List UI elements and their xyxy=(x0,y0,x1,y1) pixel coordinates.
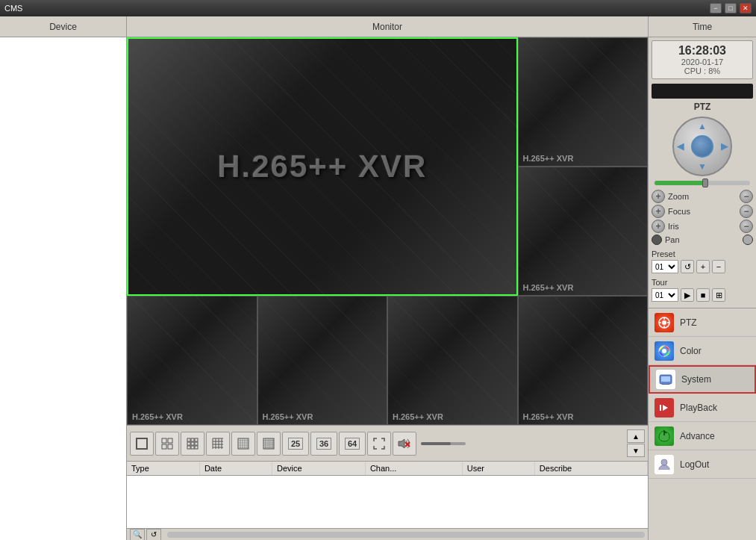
layout-2x2-button[interactable] xyxy=(155,432,179,456)
svg-point-60 xyxy=(661,459,667,465)
ptz-joystick[interactable]: ▲ ▼ ◀ ▶ xyxy=(672,117,732,176)
menu-item-ptz[interactable]: PTZ xyxy=(649,308,756,337)
ptz-controls: + Zoom − + Focus − + Iris − Pan xyxy=(649,187,756,248)
svg-rect-59 xyxy=(660,405,661,411)
preset-label: Preset xyxy=(652,249,753,258)
menu-item-advance[interactable]: Advance xyxy=(649,422,756,450)
time-header: Time xyxy=(649,16,756,37)
left-sidebar: Device xyxy=(0,16,127,540)
ptz-speed-track[interactable] xyxy=(655,181,750,185)
layout-3x3-button[interactable] xyxy=(181,432,204,456)
ptz-left-arrow[interactable]: ◀ xyxy=(677,141,684,152)
ptz-right-arrow[interactable]: ▶ xyxy=(721,141,728,152)
preset-delete-button[interactable]: − xyxy=(712,260,725,273)
search-button[interactable]: 🔍 xyxy=(130,529,145,541)
advance-menu-icon xyxy=(655,426,674,446)
menu-item-playback[interactable]: PlayBack xyxy=(649,394,756,422)
pan-dot-2[interactable] xyxy=(743,235,753,245)
volume-track[interactable] xyxy=(421,442,466,445)
tour-play-button[interactable]: ▶ xyxy=(681,288,694,302)
focus-minus-button[interactable]: − xyxy=(740,205,753,218)
layout-6x6-button[interactable] xyxy=(257,432,281,456)
scroll-down-button[interactable]: ▼ xyxy=(627,444,645,457)
bottom-scrollbar: 🔍 ↺ xyxy=(127,528,648,540)
layout-4x4-button[interactable] xyxy=(206,432,230,456)
focus-label: Focus xyxy=(668,207,737,216)
clock-cpu: CPU : 8% xyxy=(655,66,749,75)
log-table: Type Date Device Chan... User Describe xyxy=(127,461,648,528)
menu-item-system[interactable]: System xyxy=(649,365,756,394)
zoom-minus-button[interactable]: − xyxy=(740,190,753,203)
close-button[interactable]: ✕ xyxy=(740,3,752,13)
audio-button[interactable] xyxy=(393,432,416,456)
camera-cell-bottom-1[interactable]: H.265++ XVR xyxy=(257,296,388,425)
layout-1x1-button[interactable] xyxy=(130,432,154,456)
ptz-up-arrow[interactable]: ▲ xyxy=(698,121,707,131)
col-date: Date xyxy=(199,462,272,476)
camera-cell-right-0[interactable]: H.265++ XVR xyxy=(518,37,649,167)
scroll-up-button[interactable]: ▲ xyxy=(627,429,645,443)
layout-64-button[interactable]: 64 xyxy=(339,432,366,456)
svg-point-52 xyxy=(662,349,666,353)
pan-row: Pan xyxy=(652,235,753,245)
tour-row: 01 ▶ ■ ⊞ xyxy=(652,288,753,302)
device-header: Device xyxy=(0,16,126,37)
minimize-button[interactable]: − xyxy=(710,3,722,13)
ptz-down-arrow[interactable]: ▼ xyxy=(698,161,707,172)
camera-cell-bottom-2[interactable]: H.265++ XVR xyxy=(387,296,518,425)
layout-36-button[interactable]: 36 xyxy=(310,432,337,456)
iris-row: + Iris − xyxy=(652,220,753,233)
device-tree xyxy=(0,37,126,540)
focus-row: + Focus − xyxy=(652,205,753,218)
col-device: Device xyxy=(272,462,366,476)
advance-menu-label: Advance xyxy=(680,431,715,441)
svg-rect-7 xyxy=(195,438,198,441)
camera-cell-bottom-3[interactable]: H.265++ XVR xyxy=(518,296,649,425)
device-selector-bar[interactable] xyxy=(652,84,753,99)
menu-item-color[interactable]: Color xyxy=(649,337,756,365)
preset-select[interactable]: 01 xyxy=(652,260,678,273)
layout-25-button[interactable]: 25 xyxy=(282,432,309,456)
svg-rect-13 xyxy=(195,446,198,449)
preset-refresh-button[interactable]: ↺ xyxy=(681,260,694,273)
camera-cell-right-1[interactable]: H.265++ XVR xyxy=(518,167,649,296)
svg-rect-31 xyxy=(263,438,274,449)
svg-rect-12 xyxy=(191,446,194,449)
iris-plus-button[interactable]: + xyxy=(652,220,665,233)
log-data-table: Type Date Device Chan... User Describe xyxy=(127,462,648,476)
ptz-speed-fill xyxy=(655,181,707,185)
focus-plus-button[interactable]: + xyxy=(652,205,665,218)
tour-select[interactable]: 01 xyxy=(652,288,678,302)
svg-point-46 xyxy=(662,320,666,325)
menu-item-logout[interactable]: LogOut xyxy=(649,450,756,479)
preset-row: 01 ↺ + − xyxy=(652,260,753,273)
col-type: Type xyxy=(127,462,199,476)
volume-slider[interactable] xyxy=(421,442,466,445)
titlebar: CMS − □ ✕ xyxy=(0,0,756,16)
camera-cell-bottom-0[interactable]: H.265++ XVR xyxy=(127,296,257,425)
center-content: Monitor H.265++ XVRH.265++ XVRH.265++ XV… xyxy=(127,16,648,540)
ptz-outer-ring[interactable]: ▲ ▼ ◀ ▶ xyxy=(672,117,732,176)
logout-menu-label: LogOut xyxy=(680,459,709,470)
camera-main[interactable]: H.265++ XVR xyxy=(127,37,518,296)
preset-add-button[interactable]: + xyxy=(696,260,710,273)
ptz-speed-slider-row xyxy=(649,179,756,187)
pan-dot[interactable] xyxy=(652,235,662,245)
fullscreen-button[interactable] xyxy=(367,432,391,456)
tour-stop-button[interactable]: ■ xyxy=(696,288,710,302)
horizontal-scroll-track[interactable] xyxy=(167,532,645,538)
camera-grid: H.265++ XVRH.265++ XVRH.265++ XVRH.265++… xyxy=(127,37,648,425)
ptz-speed-thumb[interactable] xyxy=(702,179,708,187)
playback-menu-label: PlayBack xyxy=(680,403,717,413)
layout-5x5-button[interactable] xyxy=(231,432,255,456)
zoom-plus-button[interactable]: + xyxy=(652,190,665,203)
iris-minus-button[interactable]: − xyxy=(740,220,753,233)
refresh-button[interactable]: ↺ xyxy=(146,529,161,541)
tour-grid-button[interactable]: ⊞ xyxy=(712,288,725,302)
clock-time: 16:28:03 xyxy=(655,44,749,58)
ptz-center-button[interactable] xyxy=(691,135,713,158)
iris-label: Iris xyxy=(668,222,737,231)
svg-rect-6 xyxy=(191,438,194,441)
maximize-button[interactable]: □ xyxy=(725,3,737,13)
monitor-header: Monitor xyxy=(127,16,648,37)
